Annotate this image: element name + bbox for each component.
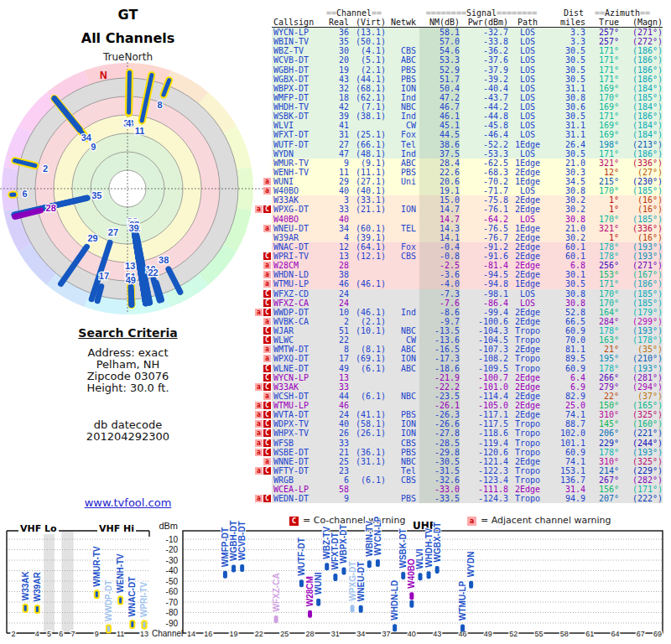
table-row: aCWPXG-DT33(21.1)ION14.7-76.12Edge30.21°… xyxy=(250,205,671,214)
radar-channel-label: 38 xyxy=(159,255,169,265)
station-signal-bar xyxy=(316,599,320,606)
station-signal-bar xyxy=(130,621,134,628)
table-row: WYDN47(48.1)Ind37.5-53.3LOS30.5171°(186°… xyxy=(250,149,671,158)
dbm-tick-label: -70 xyxy=(166,598,179,607)
vhf-lo-band-label: VHF Lo xyxy=(18,523,59,534)
callsign: WMFP-DT xyxy=(272,93,325,102)
channel-axis-label: Channel xyxy=(152,629,183,638)
station-table: ==Channel== ========Signal======== Dist … xyxy=(250,8,671,503)
radar-channel-label: 39 xyxy=(128,223,138,233)
station-callsign-label: WYDN xyxy=(466,552,476,578)
table-row: CWLWC22CW-13.6-104.5Tropo70.0163°(178°) xyxy=(250,335,671,345)
table-row: aCWFSB33CBS-28.5-119.4Tropo101.1229°(244… xyxy=(250,439,671,448)
table-row: WLVI41CW45.1-45.8LOS31.1169°(184°) xyxy=(250,121,671,130)
callsign: WLVI xyxy=(272,121,325,130)
table-row: aWCSH-DT44(6.1)NBC-23.5-114.42Edge82.922… xyxy=(250,392,671,401)
table-row: CWYCN-LP13-21.9-100.72Edge6.4266°(281°) xyxy=(250,373,671,382)
channel-tick-label: 16 xyxy=(204,630,212,638)
table-row: aCWDPX-TV40(58.1)ION-26.6-117.5Tropo88.7… xyxy=(250,419,671,428)
table-row: aWNNE-DT25(31.1)NBC-30.5-121.42Edge74.13… xyxy=(250,457,671,466)
criteria-address: Address: exact xyxy=(0,347,256,359)
warning-badges xyxy=(250,475,272,485)
channel-tick-label: 22 xyxy=(255,630,263,638)
table-row: aCWWDP-DT10(46.1)Ind-8.6-99.42Edge52.816… xyxy=(250,308,671,317)
table-row: aCW33AK33-22.2-101.02Edge6.9279°(294°) xyxy=(250,382,671,392)
channel-tick-label: 13 xyxy=(140,630,148,638)
channel-tick-label: 4 xyxy=(35,630,39,638)
callsign: WVTA-DT xyxy=(272,410,325,419)
station-signal-bar xyxy=(333,574,337,581)
warning-badges xyxy=(250,233,272,242)
channel-tick-label: 37 xyxy=(382,630,391,638)
tvfool-link[interactable]: www.tvfool.com xyxy=(85,496,172,509)
station-signal-bar xyxy=(274,615,278,623)
station-callsign-label: WGBX-DT xyxy=(433,522,442,563)
dbm-axis-label: dBm xyxy=(159,521,178,531)
warning-badges xyxy=(250,55,272,65)
warning-badges xyxy=(250,485,272,494)
station-callsign-label: WWDP-DT xyxy=(104,580,113,621)
station-callsign-label: WCVB-DT xyxy=(237,521,247,560)
station-signal-bar xyxy=(231,564,236,572)
radar-channel-label: 29 xyxy=(87,233,97,243)
table-row: WGBX-DT43(44.1)PBS51.7-39.2LOS30.5171°(1… xyxy=(250,75,671,84)
channel-tick-label: 2 xyxy=(11,630,15,638)
radar-channel-label: 28 xyxy=(46,203,56,213)
search-criteria: Search Criteria Address: exact Pelham, N… xyxy=(0,327,256,443)
warning-badges xyxy=(250,130,272,139)
table-row: aWMTW-DT8(8.1)ABC-16.5-107.32Edge81.121°… xyxy=(250,345,671,354)
uhf-panel-frame xyxy=(183,531,663,633)
table-row: aWPXQ-DT17(69.1)ION-17.3-108.2Tropo89.51… xyxy=(250,354,671,363)
callsign: WNEU-DT xyxy=(272,224,325,233)
channel-tick-label: 34 xyxy=(356,630,365,638)
callsign: WYDN xyxy=(272,149,325,158)
table-row: WFXT-DT31(25.1)Fox44.5-46.4LOS31.1169°(1… xyxy=(250,130,671,139)
station-signal-bar xyxy=(460,625,465,632)
warning-badges: aC xyxy=(250,205,272,214)
table-row: WCVB-DT20(5.1)ABC53.3-37.6LOS30.5171°(18… xyxy=(250,55,671,65)
callsign: WUNI xyxy=(272,177,325,186)
station-signal-bar xyxy=(325,563,329,570)
tvfool-report-page: { "radar": { "title": "GT", "subtitle": … xyxy=(0,0,671,644)
station-signal-bar xyxy=(427,571,431,579)
table-row: WBZ-TV30(4.1)CBS54.6-36.2LOS30.5171°(186… xyxy=(250,46,671,55)
table-row: WSBK-DT39(38.1)Ind46.1-44.8LOS30.5171°(1… xyxy=(250,112,671,121)
warning-badges: a xyxy=(250,177,272,186)
station-signal-bar xyxy=(351,605,355,612)
station-signal-bar xyxy=(409,592,414,600)
tvfool-link-wrap: www.tvfool.com xyxy=(0,496,256,509)
warning-badges: a xyxy=(250,317,272,326)
station-signal-bar xyxy=(341,568,346,575)
warning-badges: a xyxy=(250,186,272,195)
station-callsign-label: WMUR-TV xyxy=(92,546,101,587)
station-callsign-label: WENH-TV xyxy=(116,553,125,593)
callsign: WWDP-DT xyxy=(272,308,325,317)
radar-channel-label: 17 xyxy=(99,271,109,281)
warning-badges: aC xyxy=(250,419,272,428)
dbm-tick-label: -80 xyxy=(166,608,179,617)
callsign: WFXZ-CA xyxy=(272,299,325,308)
station-signal-bar xyxy=(401,572,405,579)
warning-badges: a xyxy=(250,261,272,270)
station-callsign-label: WNEU-DT xyxy=(356,562,366,601)
channel-tick-label: 7 xyxy=(70,630,75,638)
callsign: WDPX-TV xyxy=(272,419,325,428)
warning-badges: aC xyxy=(250,410,272,419)
warning-badges xyxy=(250,121,272,130)
table-row: WMUR-TV9(9.1)ABC28.4-62.51Edge21.0321°(3… xyxy=(250,158,671,168)
callsign: WVBK-CA xyxy=(272,317,325,326)
radar-channel-label: 27 xyxy=(108,227,118,237)
warning-badges: C xyxy=(250,326,272,335)
callsign: WBZ-TV xyxy=(272,46,325,55)
channel-tick-label: 11 xyxy=(117,630,124,638)
warning-badges: C xyxy=(250,289,272,299)
table-row: W39AR4(39.1)14.1-76.72Edge30.21°(16°) xyxy=(250,233,671,242)
callsign: WPXG-DT xyxy=(272,205,325,214)
radar-signal-bar xyxy=(128,288,135,308)
warning-badges: C xyxy=(250,335,272,345)
dbm-tick-label: -30 xyxy=(166,556,179,565)
dbm-tick-label: -40 xyxy=(166,566,179,575)
table-row: WCEA-LP58-33.0-111.82Edge31.4156°(171°) xyxy=(250,485,671,494)
callsign: WBPX-DT xyxy=(272,84,325,93)
channel-tick-label: 28 xyxy=(306,630,315,638)
